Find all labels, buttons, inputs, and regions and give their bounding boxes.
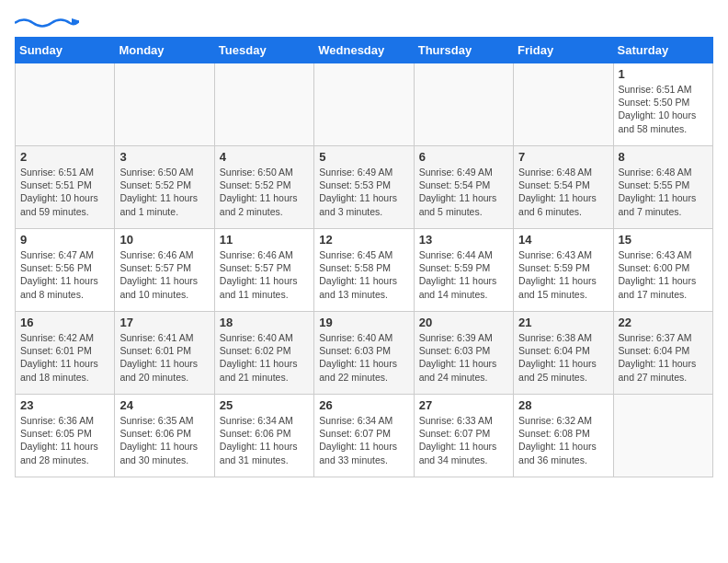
weekday-header-monday: Monday xyxy=(115,38,214,63)
day-detail: Sunrise: 6:35 AM Sunset: 6:06 PM Dayligh… xyxy=(119,414,209,466)
day-detail: Sunrise: 6:51 AM Sunset: 5:50 PM Dayligh… xyxy=(619,83,708,135)
day-detail: Sunrise: 6:34 AM Sunset: 6:07 PM Dayligh… xyxy=(319,414,408,466)
day-detail: Sunrise: 6:38 AM Sunset: 6:04 PM Dayligh… xyxy=(518,331,608,384)
day-number: 9 xyxy=(20,233,109,247)
day-number: 3 xyxy=(119,150,209,164)
calendar-cell: 8Sunrise: 6:48 AM Sunset: 5:55 PM Daylig… xyxy=(613,146,712,229)
day-number: 1 xyxy=(619,67,708,81)
day-number: 17 xyxy=(119,316,209,329)
day-number: 14 xyxy=(518,233,608,247)
day-number: 2 xyxy=(20,150,109,164)
day-detail: Sunrise: 6:47 AM Sunset: 5:56 PM Dayligh… xyxy=(20,248,109,301)
calendar-cell: 15Sunrise: 6:43 AM Sunset: 6:00 PM Dayli… xyxy=(613,229,712,312)
logo xyxy=(15,18,79,29)
day-detail: Sunrise: 6:49 AM Sunset: 5:53 PM Dayligh… xyxy=(319,166,408,218)
day-number: 10 xyxy=(119,233,209,247)
day-number: 28 xyxy=(518,398,608,412)
day-detail: Sunrise: 6:39 AM Sunset: 6:03 PM Dayligh… xyxy=(419,331,508,384)
day-number: 21 xyxy=(518,316,608,329)
day-detail: Sunrise: 6:37 AM Sunset: 6:04 PM Dayligh… xyxy=(619,331,708,384)
calendar-cell: 25Sunrise: 6:34 AM Sunset: 6:06 PM Dayli… xyxy=(214,395,313,477)
day-detail: Sunrise: 6:48 AM Sunset: 5:54 PM Dayligh… xyxy=(518,166,608,218)
weekday-header-tuesday: Tuesday xyxy=(214,38,313,63)
weekday-header-sunday: Sunday xyxy=(16,38,115,63)
calendar-cell: 5Sunrise: 6:49 AM Sunset: 5:53 PM Daylig… xyxy=(314,146,414,229)
calendar-cell: 19Sunrise: 6:40 AM Sunset: 6:03 PM Dayli… xyxy=(314,312,414,395)
calendar-cell: 3Sunrise: 6:50 AM Sunset: 5:52 PM Daylig… xyxy=(115,146,214,229)
weekday-header-wednesday: Wednesday xyxy=(314,38,414,63)
calendar-cell: 12Sunrise: 6:45 AM Sunset: 5:58 PM Dayli… xyxy=(314,229,414,312)
calendar-cell: 7Sunrise: 6:48 AM Sunset: 5:54 PM Daylig… xyxy=(514,146,613,229)
day-detail: Sunrise: 6:43 AM Sunset: 6:00 PM Dayligh… xyxy=(619,248,708,301)
day-number: 19 xyxy=(319,316,408,329)
calendar-cell: 23Sunrise: 6:36 AM Sunset: 6:05 PM Dayli… xyxy=(16,395,115,477)
calendar-cell: 17Sunrise: 6:41 AM Sunset: 6:01 PM Dayli… xyxy=(115,312,214,395)
day-number: 16 xyxy=(20,316,109,329)
day-detail: Sunrise: 6:44 AM Sunset: 5:59 PM Dayligh… xyxy=(419,248,508,301)
calendar-cell: 4Sunrise: 6:50 AM Sunset: 5:52 PM Daylig… xyxy=(214,146,313,229)
day-detail: Sunrise: 6:34 AM Sunset: 6:06 PM Dayligh… xyxy=(220,414,309,466)
day-number: 15 xyxy=(619,233,708,247)
calendar-cell xyxy=(613,395,712,477)
day-number: 27 xyxy=(419,398,508,412)
day-number: 18 xyxy=(220,316,309,329)
day-detail: Sunrise: 6:32 AM Sunset: 6:08 PM Dayligh… xyxy=(518,414,608,466)
day-number: 23 xyxy=(20,398,109,412)
day-number: 22 xyxy=(619,316,708,329)
weekday-header-friday: Friday xyxy=(514,38,613,63)
day-number: 26 xyxy=(319,398,408,412)
day-number: 12 xyxy=(319,233,408,247)
calendar-cell: 22Sunrise: 6:37 AM Sunset: 6:04 PM Dayli… xyxy=(613,312,712,395)
day-detail: Sunrise: 6:50 AM Sunset: 5:52 PM Dayligh… xyxy=(220,166,309,218)
day-detail: Sunrise: 6:46 AM Sunset: 5:57 PM Dayligh… xyxy=(119,248,209,301)
calendar-cell: 20Sunrise: 6:39 AM Sunset: 6:03 PM Dayli… xyxy=(414,312,513,395)
day-detail: Sunrise: 6:40 AM Sunset: 6:03 PM Dayligh… xyxy=(319,331,408,384)
header xyxy=(15,15,713,29)
week-row-1: 1Sunrise: 6:51 AM Sunset: 5:50 PM Daylig… xyxy=(16,63,713,146)
week-row-3: 9Sunrise: 6:47 AM Sunset: 5:56 PM Daylig… xyxy=(16,229,713,312)
calendar-cell: 21Sunrise: 6:38 AM Sunset: 6:04 PM Dayli… xyxy=(514,312,613,395)
calendar-cell: 27Sunrise: 6:33 AM Sunset: 6:07 PM Dayli… xyxy=(414,395,513,477)
calendar-cell: 6Sunrise: 6:49 AM Sunset: 5:54 PM Daylig… xyxy=(414,146,513,229)
calendar-cell: 2Sunrise: 6:51 AM Sunset: 5:51 PM Daylig… xyxy=(16,146,115,229)
day-detail: Sunrise: 6:36 AM Sunset: 6:05 PM Dayligh… xyxy=(20,414,109,466)
day-detail: Sunrise: 6:50 AM Sunset: 5:52 PM Dayligh… xyxy=(119,166,209,218)
day-number: 11 xyxy=(220,233,309,247)
calendar-cell xyxy=(414,63,513,146)
day-detail: Sunrise: 6:48 AM Sunset: 5:55 PM Dayligh… xyxy=(619,166,708,218)
calendar-cell xyxy=(16,63,115,146)
calendar-cell: 16Sunrise: 6:42 AM Sunset: 6:01 PM Dayli… xyxy=(16,312,115,395)
week-row-5: 23Sunrise: 6:36 AM Sunset: 6:05 PM Dayli… xyxy=(16,395,713,477)
calendar-cell xyxy=(214,63,313,146)
calendar-cell: 10Sunrise: 6:46 AM Sunset: 5:57 PM Dayli… xyxy=(115,229,214,312)
day-detail: Sunrise: 6:51 AM Sunset: 5:51 PM Dayligh… xyxy=(20,166,109,218)
calendar-table: SundayMondayTuesdayWednesdayThursdayFrid… xyxy=(15,37,713,477)
day-number: 25 xyxy=(220,398,309,412)
day-number: 13 xyxy=(419,233,508,247)
day-number: 24 xyxy=(119,398,209,412)
week-row-2: 2Sunrise: 6:51 AM Sunset: 5:51 PM Daylig… xyxy=(16,146,713,229)
day-number: 4 xyxy=(220,150,309,164)
day-number: 7 xyxy=(518,150,608,164)
weekday-header-saturday: Saturday xyxy=(613,38,712,63)
calendar-cell: 14Sunrise: 6:43 AM Sunset: 5:59 PM Dayli… xyxy=(514,229,613,312)
calendar-cell: 11Sunrise: 6:46 AM Sunset: 5:57 PM Dayli… xyxy=(214,229,313,312)
calendar-cell: 18Sunrise: 6:40 AM Sunset: 6:02 PM Dayli… xyxy=(214,312,313,395)
day-detail: Sunrise: 6:40 AM Sunset: 6:02 PM Dayligh… xyxy=(220,331,309,384)
calendar-cell xyxy=(514,63,613,146)
calendar-cell: 9Sunrise: 6:47 AM Sunset: 5:56 PM Daylig… xyxy=(16,229,115,312)
calendar-cell: 24Sunrise: 6:35 AM Sunset: 6:06 PM Dayli… xyxy=(115,395,214,477)
day-detail: Sunrise: 6:46 AM Sunset: 5:57 PM Dayligh… xyxy=(220,248,309,301)
day-number: 5 xyxy=(319,150,408,164)
calendar-cell: 1Sunrise: 6:51 AM Sunset: 5:50 PM Daylig… xyxy=(613,63,712,146)
calendar-cell: 28Sunrise: 6:32 AM Sunset: 6:08 PM Dayli… xyxy=(514,395,613,477)
calendar-cell: 13Sunrise: 6:44 AM Sunset: 5:59 PM Dayli… xyxy=(414,229,513,312)
weekday-header-row: SundayMondayTuesdayWednesdayThursdayFrid… xyxy=(16,38,713,63)
day-number: 6 xyxy=(419,150,508,164)
weekday-header-thursday: Thursday xyxy=(414,38,513,63)
logo-wave-icon xyxy=(15,17,79,29)
day-number: 8 xyxy=(619,150,708,164)
calendar-cell xyxy=(314,63,414,146)
day-detail: Sunrise: 6:45 AM Sunset: 5:58 PM Dayligh… xyxy=(319,248,408,301)
day-number: 20 xyxy=(419,316,508,329)
